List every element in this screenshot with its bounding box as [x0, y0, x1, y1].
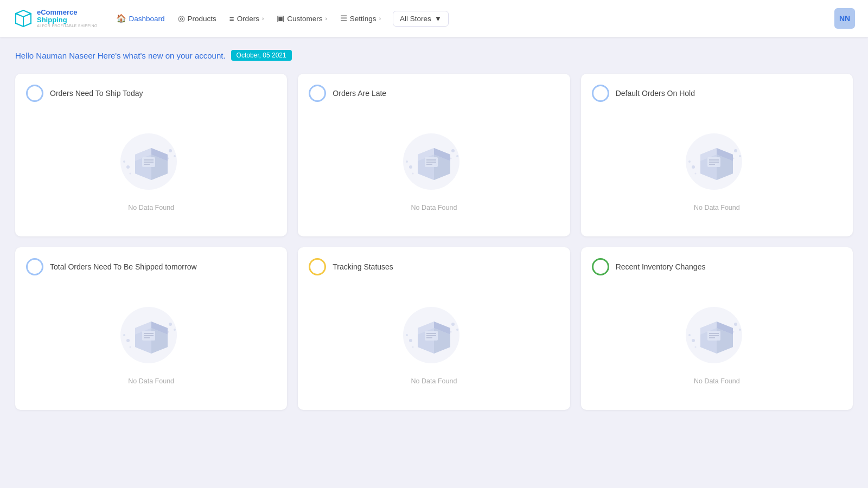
card-header-total-orders-tomorrow: Total Orders Need To Be Shipped tomorrow	[26, 258, 276, 275]
store-dropdown-icon: ▼	[435, 15, 442, 23]
svg-point-93	[692, 339, 695, 342]
svg-point-43	[739, 155, 741, 157]
products-icon: ◎	[178, 14, 185, 23]
settings-icon: ☰	[340, 14, 347, 23]
no-data-illustration-default-orders-hold	[681, 125, 752, 195]
logo-text: eCommerce Shipping AI FOR PROFITABLE SHI…	[37, 9, 98, 28]
svg-point-30	[406, 160, 408, 163]
svg-point-10	[169, 149, 172, 152]
card-body-orders-late: No Data Found	[309, 111, 559, 226]
status-circle-default-orders-hold	[592, 85, 609, 102]
svg-point-11	[174, 155, 176, 157]
nav-products-label: Products	[188, 15, 216, 23]
card-total-orders-tomorrow: Total Orders Need To Be Shipped tomorrow	[15, 247, 287, 410]
svg-point-12	[167, 158, 169, 159]
card-header-tracking-statuses: Tracking Statuses	[309, 258, 559, 275]
no-data-text-total-orders-tomorrow: No Data Found	[128, 377, 174, 385]
svg-point-26	[451, 149, 455, 152]
card-body-recent-inventory: No Data Found	[592, 284, 842, 399]
store-selector-label: All Stores	[400, 15, 431, 23]
card-header-recent-inventory: Recent Inventory Changes	[592, 258, 842, 275]
no-data-text-orders-late: No Data Found	[411, 204, 457, 211]
status-circle-tracking-statuses	[309, 258, 326, 275]
card-orders-ship-today: Orders Need To Ship Today	[15, 74, 287, 236]
card-title-recent-inventory: Recent Inventory Changes	[616, 262, 706, 271]
card-title-orders-late: Orders Are Late	[333, 89, 386, 98]
svg-point-76	[450, 331, 451, 333]
status-circle-orders-ship-today	[26, 85, 43, 102]
nav-settings[interactable]: ☰ Settings ›	[335, 10, 386, 27]
svg-point-31	[412, 173, 413, 175]
svg-point-62	[123, 334, 125, 336]
settings-chevron-icon: ›	[379, 16, 381, 22]
svg-point-90	[734, 323, 737, 326]
nav-dashboard[interactable]: 🏠 Dashboard	[111, 10, 170, 27]
svg-point-94	[688, 334, 691, 336]
svg-point-77	[409, 339, 412, 342]
card-body-default-orders-hold: No Data Found	[592, 111, 842, 226]
svg-point-45	[692, 165, 695, 169]
logo-subtitle-text: AI FOR PROFITABLE SHIPPING	[37, 24, 98, 28]
svg-point-78	[406, 334, 408, 336]
card-title-total-orders-tomorrow: Total Orders Need To Be Shipped tomorrow	[50, 262, 197, 271]
card-body-orders-ship-today: No Data Found	[26, 111, 276, 226]
no-data-illustration-orders-ship-today	[116, 125, 187, 195]
cards-grid: Orders Need To Ship Today	[15, 74, 853, 410]
svg-point-27	[456, 155, 458, 157]
svg-point-44	[733, 158, 735, 159]
status-circle-total-orders-tomorrow	[26, 258, 43, 275]
svg-point-14	[123, 160, 125, 163]
svg-point-91	[739, 329, 741, 331]
nav-orders[interactable]: ≡ Orders ›	[224, 11, 269, 27]
nav-dashboard-label: Dashboard	[129, 15, 165, 23]
customers-chevron-icon: ›	[326, 16, 327, 22]
svg-point-47	[695, 173, 697, 175]
date-badge: October, 05 2021	[231, 50, 292, 61]
logo-shipping-text: Shipping	[37, 16, 98, 24]
no-data-illustration-recent-inventory	[681, 298, 752, 369]
card-header-default-orders-hold: Default Orders On Hold	[592, 85, 842, 102]
card-header-orders-late: Orders Are Late	[309, 85, 559, 102]
nav-items: 🏠 Dashboard ◎ Products ≡ Orders › ▣ Cust…	[111, 10, 830, 27]
nav-settings-label: Settings	[350, 15, 376, 23]
svg-point-95	[695, 346, 697, 348]
greeting-text: Hello Nauman Naseer Here's what's new on…	[15, 51, 226, 60]
store-selector[interactable]: All Stores ▼	[393, 11, 449, 27]
card-orders-late: Orders Are Late	[298, 74, 570, 236]
logo[interactable]: eCommerce Shipping AI FOR PROFITABLE SHI…	[13, 8, 98, 29]
svg-point-79	[412, 346, 413, 348]
nav-customers[interactable]: ▣ Customers ›	[271, 10, 333, 27]
card-title-default-orders-hold: Default Orders On Hold	[616, 89, 695, 98]
no-data-text-recent-inventory: No Data Found	[694, 377, 740, 385]
svg-point-60	[167, 331, 169, 333]
svg-point-13	[126, 165, 130, 169]
svg-point-92	[733, 331, 735, 333]
no-data-text-orders-ship-today: No Data Found	[128, 204, 174, 211]
status-circle-orders-late	[309, 85, 326, 102]
svg-point-75	[456, 329, 458, 331]
orders-chevron-icon: ›	[262, 16, 264, 22]
card-title-orders-ship-today: Orders Need To Ship Today	[50, 89, 143, 98]
svg-point-74	[451, 323, 455, 326]
status-circle-recent-inventory	[592, 258, 609, 275]
nav-orders-label: Orders	[237, 15, 259, 23]
svg-point-58	[169, 323, 172, 326]
logo-ecommerce-text: eCommerce	[37, 9, 98, 16]
no-data-illustration-total-orders-tomorrow	[116, 298, 187, 369]
svg-point-15	[129, 173, 131, 175]
svg-point-42	[734, 149, 737, 152]
no-data-text-default-orders-hold: No Data Found	[694, 204, 740, 211]
svg-point-29	[409, 165, 412, 169]
avatar[interactable]: NN	[834, 8, 855, 29]
main-content: Hello Nauman Naseer Here's what's new on…	[0, 37, 868, 423]
logo-icon	[13, 8, 34, 29]
greeting-bar: Hello Nauman Naseer Here's what's new on…	[15, 50, 853, 61]
no-data-illustration-orders-late	[399, 125, 469, 195]
navbar: eCommerce Shipping AI FOR PROFITABLE SHI…	[0, 0, 868, 37]
svg-point-63	[129, 346, 131, 348]
svg-point-61	[126, 339, 130, 342]
no-data-text-tracking-statuses: No Data Found	[411, 377, 457, 385]
nav-products[interactable]: ◎ Products	[173, 10, 222, 27]
card-tracking-statuses: Tracking Statuses	[298, 247, 570, 410]
card-body-total-orders-tomorrow: No Data Found	[26, 284, 276, 399]
